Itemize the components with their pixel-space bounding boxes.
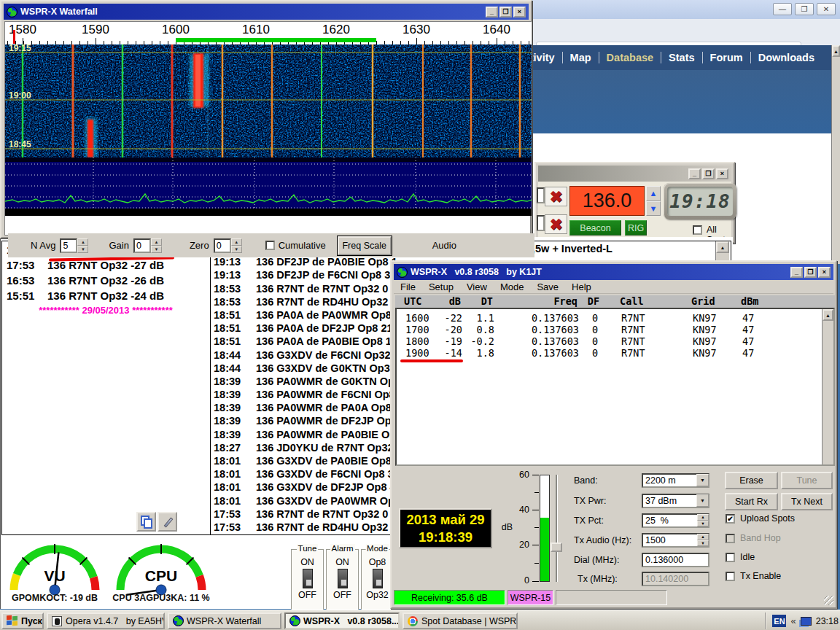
table-row[interactable]: 1600-221.1 0.1376030R7NT KN9747 bbox=[397, 312, 833, 324]
wsprx-minimize-icon[interactable]: _ bbox=[790, 267, 803, 278]
menu-item[interactable]: Setup bbox=[422, 281, 460, 292]
waterfall-restore-icon[interactable]: ❐ bbox=[499, 7, 512, 18]
signal-meter bbox=[540, 475, 550, 582]
resize-grip[interactable] bbox=[824, 596, 833, 605]
list-item[interactable]: 15:51136 R7NT Op32 -24 dB bbox=[4, 289, 208, 305]
decode-table: 1600-221.1 0.1376030R7NT KN9747 1700-200… bbox=[395, 308, 835, 466]
scroll-up-icon[interactable]: ▲ bbox=[832, 45, 840, 57]
tx-next-button[interactable]: Tx Next bbox=[781, 493, 833, 510]
frequency-stepper[interactable]: ▲ ▼ bbox=[646, 186, 661, 216]
beacon-window: _ ❐ × ✖ ✖ 136.0 ▲ ▼ 19:18 Beacon RIG All… bbox=[534, 162, 735, 244]
language-indicator[interactable]: EN bbox=[772, 615, 786, 627]
table-row[interactable]: 1800-19-0.2 0.1376030R7NT KN9747 bbox=[397, 335, 833, 347]
zero-stepper[interactable]: 0 ▲▼ bbox=[214, 238, 242, 253]
wsprx-close-icon[interactable]: × bbox=[818, 267, 831, 278]
tray-chevron-icon[interactable]: « bbox=[790, 615, 796, 626]
up-icon: ▲ bbox=[77, 238, 88, 246]
dial-input[interactable]: 0.136000 bbox=[642, 553, 709, 567]
copy-button[interactable] bbox=[136, 512, 156, 532]
freq-up-icon[interactable]: ▲ bbox=[646, 186, 661, 201]
rx-marker bbox=[13, 30, 15, 44]
freq-down-icon[interactable]: ▼ bbox=[646, 201, 661, 217]
toggle-switch-group: Alarm ON OFF bbox=[326, 549, 359, 612]
toggle-switch[interactable] bbox=[373, 569, 383, 588]
beacon-restore-icon[interactable]: ❐ bbox=[702, 168, 715, 179]
gain-slider-thumb[interactable] bbox=[551, 542, 562, 552]
erase-button[interactable]: Erase bbox=[725, 472, 778, 489]
table-scrollbar[interactable]: ▲ bbox=[822, 309, 833, 464]
gain-stepper[interactable]: 0 ▲▼ bbox=[133, 238, 162, 253]
txpct-stepper[interactable]: 25 % ▲▼ bbox=[642, 513, 709, 528]
menu-item[interactable]: Help bbox=[565, 281, 598, 292]
tray-clock: 23:18 bbox=[816, 616, 839, 626]
beacon-button[interactable]: Beacon bbox=[569, 220, 621, 236]
start-button[interactable]: Пуск bbox=[1, 612, 44, 629]
task-wsprx[interactable]: WSPR-X v0.8 r3058... bbox=[284, 612, 400, 629]
task-spot-database[interactable]: Spot Database | WSPRn... bbox=[402, 612, 518, 629]
pane-divider bbox=[210, 241, 211, 535]
beacon-titlebar[interactable]: _ ❐ × bbox=[538, 166, 731, 182]
table-row[interactable]: 1900-141.8 0.1376030R7NT KN9747 bbox=[397, 347, 833, 359]
dropdown-icon: ▼ bbox=[696, 494, 709, 507]
menu-item[interactable]: Mode bbox=[494, 281, 531, 292]
n-avg-stepper[interactable]: 5 ▲▼ bbox=[60, 238, 88, 253]
all-spots-checkbox[interactable] bbox=[693, 225, 702, 235]
beacon-frequency[interactable]: 136.0 bbox=[569, 186, 645, 216]
tune-button[interactable]: Tune bbox=[781, 472, 833, 489]
scroll-up-icon[interactable]: ▲ bbox=[822, 309, 833, 321]
wsprx-titlebar[interactable]: WSPR-X v0.8 r3058 by K1JT _ ❐ × bbox=[394, 264, 833, 280]
delete-icon[interactable]: ✖ bbox=[545, 187, 567, 206]
toggle-switch[interactable] bbox=[338, 569, 348, 588]
band-marker bbox=[176, 38, 376, 42]
delete-icon[interactable]: ✖ bbox=[545, 214, 567, 234]
cpu-caption: CPU 3AGPU3KA: 11 % bbox=[110, 593, 212, 603]
browser-scrollbar[interactable]: ▲ bbox=[831, 45, 840, 264]
globe-icon bbox=[289, 615, 300, 626]
band-hop-checkbox[interactable] bbox=[726, 534, 735, 543]
beacon-minimize-icon[interactable]: _ bbox=[688, 168, 701, 179]
beacon-close-icon[interactable]: × bbox=[716, 168, 728, 179]
task-waterfall[interactable]: WSPR-X Waterfall bbox=[168, 612, 281, 629]
nav-item[interactable]: Database bbox=[599, 52, 661, 63]
audio-label: Audio bbox=[432, 240, 456, 251]
list-item[interactable]: 16:53136 R7NT Op32 -26 dB bbox=[4, 274, 208, 289]
menu-item[interactable]: View bbox=[460, 281, 494, 292]
browser-minimize-icon[interactable]: — bbox=[773, 3, 792, 15]
txaudio-stepper[interactable]: 1500 ▲▼ bbox=[642, 533, 709, 548]
toggle-switch[interactable] bbox=[303, 569, 313, 588]
wsprx-restore-icon[interactable]: ❐ bbox=[804, 267, 817, 278]
waterfall-titlebar[interactable]: WSPR-X Waterfall _ ❐ × bbox=[4, 4, 529, 20]
svg-text:CPU: CPU bbox=[145, 567, 177, 584]
edit-button[interactable] bbox=[158, 512, 177, 532]
menu-item[interactable]: File bbox=[394, 281, 422, 292]
list-item[interactable]: 17:53136 R7NT Op32 -27 dB bbox=[4, 259, 208, 274]
nav-item[interactable]: Downloads bbox=[750, 52, 822, 63]
network-icon[interactable] bbox=[801, 617, 812, 626]
start-rx-button[interactable]: Start Rx bbox=[725, 493, 778, 510]
menu-item[interactable]: Save bbox=[530, 281, 565, 292]
dropdown-icon: ▼ bbox=[696, 474, 709, 486]
nav-item[interactable]: Map bbox=[562, 52, 599, 63]
nav-item[interactable]: Stats bbox=[661, 52, 701, 63]
cumulative-checkbox[interactable] bbox=[265, 241, 275, 250]
waterfall-minimize-icon[interactable]: _ bbox=[486, 7, 498, 18]
browser-restore-icon[interactable]: ❐ bbox=[795, 3, 814, 15]
pencil-icon bbox=[164, 517, 174, 527]
waterfall-close-icon[interactable]: × bbox=[513, 7, 526, 18]
gain-slider-track[interactable] bbox=[556, 475, 558, 582]
scroll-up-icon[interactable]: ▲ bbox=[716, 241, 729, 253]
toggle-switch-group: Mode Op8 Op32 bbox=[361, 549, 394, 612]
table-row[interactable]: 1700-200.8 0.1376030R7NT KN9747 bbox=[397, 324, 833, 335]
nav-item[interactable]: Forum bbox=[702, 52, 750, 63]
browser-titlebar[interactable]: — ❐ ✕ bbox=[530, 0, 840, 19]
txpwr-select[interactable]: 37 dBm▼ bbox=[642, 494, 709, 508]
rig-button[interactable]: RIG bbox=[625, 220, 647, 236]
band-select[interactable]: 2200 m▼ bbox=[642, 473, 709, 488]
upload-spots-checkbox[interactable]: ✔ bbox=[726, 514, 735, 524]
tx-label: Tx (MHz): bbox=[578, 574, 618, 584]
idle-checkbox[interactable] bbox=[726, 553, 735, 562]
task-opera[interactable]: Opera v1.4.7 by EA5HVK bbox=[47, 612, 165, 629]
tx-enable-checkbox[interactable] bbox=[726, 572, 735, 581]
browser-close-icon[interactable]: ✕ bbox=[817, 3, 836, 15]
freq-scale-button[interactable]: Freq Scale bbox=[338, 236, 392, 255]
